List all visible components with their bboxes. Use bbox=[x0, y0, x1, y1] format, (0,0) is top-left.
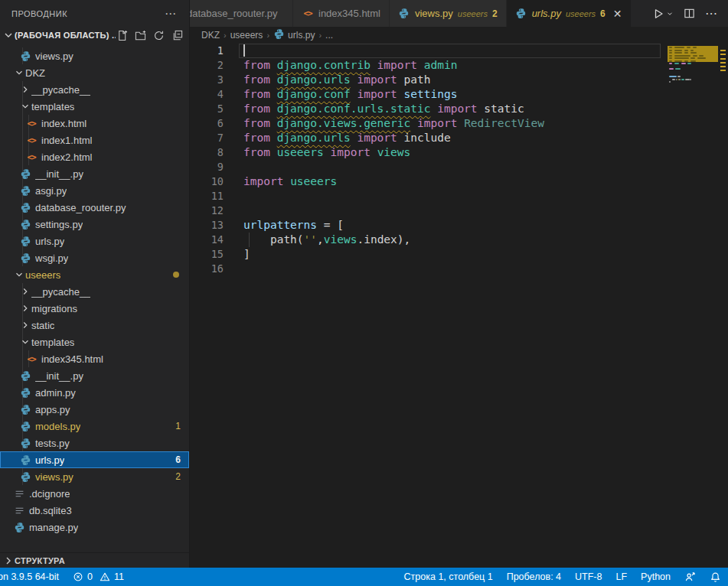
tree-item-db.sqlite3[interactable]: db.sqlite3 bbox=[0, 502, 189, 519]
language-mode-status[interactable]: Python bbox=[634, 568, 677, 586]
minimap[interactable] bbox=[668, 44, 718, 143]
tab-views.py[interactable]: views.pyuseeers2 bbox=[390, 0, 507, 27]
breadcrumb-item-DKZ[interactable]: DKZ bbox=[201, 30, 220, 41]
tree-folder-__pycache__[interactable]: __pycache__ bbox=[0, 283, 189, 300]
tab-database_roouter.py[interactable]: database_roouter.py bbox=[190, 0, 293, 27]
line-number: 5 bbox=[190, 102, 224, 116]
tree-item-apps.py[interactable]: apps.py bbox=[0, 401, 189, 418]
tree-item-index.html[interactable]: <>index.html bbox=[0, 115, 189, 132]
code-line-15[interactable]: 15] bbox=[190, 247, 728, 262]
tree-item-index1.html[interactable]: <>index1.html bbox=[0, 132, 189, 148]
tab-urls.py[interactable]: urls.pyuseeers6✕ bbox=[507, 0, 632, 27]
tree-folder-templates[interactable]: templates bbox=[0, 334, 189, 350]
indentation-status[interactable]: Пробелов: 4 bbox=[500, 568, 568, 586]
feedback-icon[interactable] bbox=[677, 568, 703, 586]
code-line-13[interactable]: 13urlpatterns = [ bbox=[190, 218, 728, 233]
more-actions-icon[interactable]: ⋯ bbox=[705, 6, 718, 21]
cursor-position-status[interactable]: Строка 1, столбец 1 bbox=[397, 568, 500, 586]
breadcrumb-item-useeers[interactable]: useeers bbox=[230, 30, 263, 41]
tree-item-index2.html[interactable]: <>index2.html bbox=[0, 148, 189, 165]
refresh-icon[interactable] bbox=[152, 29, 165, 41]
code-line-8[interactable]: 8from useeers import views bbox=[190, 145, 728, 160]
tab-index345.html[interactable]: <>index345.html bbox=[293, 0, 390, 27]
tree-item-label: views.py bbox=[35, 50, 73, 62]
code-line-9[interactable]: 9 bbox=[190, 160, 728, 174]
tree-folder-templates[interactable]: templates bbox=[0, 98, 189, 115]
tree-item-label: asgi.py bbox=[35, 185, 67, 197]
workspace-section-label: (РАБОЧАЯ ОБЛАСТЬ) ... bbox=[15, 31, 116, 40]
code-line-11[interactable]: 11 bbox=[190, 189, 728, 203]
code-editor[interactable]: 12from django.contrib import admin3from … bbox=[190, 44, 728, 568]
code-line-5[interactable]: 5from django.conf.urls.static import sta… bbox=[190, 102, 728, 116]
python-interpreter-status[interactable]: Python 3.9.5 64-bit bbox=[0, 568, 66, 586]
tree-item-models.py[interactable]: models.py1 bbox=[0, 418, 189, 435]
python-file-icon bbox=[19, 421, 31, 432]
tree-item-wsgi.py[interactable]: wsgi.py bbox=[0, 249, 189, 266]
chevron-right-icon bbox=[19, 320, 31, 330]
tree-item-views.py[interactable]: views.py bbox=[0, 47, 189, 64]
tree-item-label: migrations bbox=[31, 303, 77, 314]
html-file-icon: <> bbox=[25, 354, 38, 364]
collapse-all-icon[interactable] bbox=[171, 29, 183, 41]
code-line-16[interactable]: 16 bbox=[190, 262, 728, 276]
line-number: 4 bbox=[190, 87, 224, 102]
tree-folder-__pycache__[interactable]: __pycache__ bbox=[0, 81, 189, 98]
code-line-7[interactable]: 7from django.urls import include bbox=[190, 131, 728, 145]
new-folder-icon[interactable] bbox=[134, 29, 146, 41]
overview-ruler bbox=[718, 44, 728, 568]
code-line-4[interactable]: 4from django.conf import settings bbox=[190, 87, 728, 102]
python-file-icon bbox=[19, 438, 31, 449]
run-python-file-icon[interactable] bbox=[652, 8, 674, 20]
text-cursor bbox=[243, 44, 245, 57]
notifications-bell-icon[interactable] bbox=[703, 568, 728, 586]
tree-folder-migrations[interactable]: migrations bbox=[0, 300, 189, 317]
tab-close-icon[interactable]: ✕ bbox=[613, 8, 622, 20]
tree-item-manage.py[interactable]: manage.py bbox=[0, 519, 189, 536]
tree-item-settings.py[interactable]: settings.py bbox=[0, 216, 189, 233]
code-line-12[interactable]: 12 bbox=[190, 203, 728, 218]
tree-folder-static[interactable]: static bbox=[0, 317, 189, 334]
tree-item-.dcignore[interactable]: .dcignore bbox=[0, 485, 189, 502]
tree-item-tests.py[interactable]: tests.py bbox=[0, 435, 189, 451]
tab-label: urls.py bbox=[532, 8, 561, 19]
html-file-icon: <> bbox=[302, 8, 314, 20]
chevron-right-icon bbox=[2, 555, 15, 567]
tree-folder-DKZ[interactable]: DKZ bbox=[0, 64, 189, 81]
problems-status[interactable]: 0 11 bbox=[66, 568, 131, 586]
outline-section-header[interactable]: СТРУКТУРА bbox=[0, 552, 189, 568]
python-file-icon bbox=[19, 454, 31, 466]
code-line-6[interactable]: 6from django.views.generic import Redire… bbox=[190, 116, 728, 131]
tree-item-urls.py[interactable]: urls.py bbox=[0, 233, 189, 249]
file-list-icon bbox=[13, 489, 25, 499]
code-line-3[interactable]: 3from django.urls import path bbox=[190, 73, 728, 87]
tree-item-views.py[interactable]: views.py2 bbox=[0, 468, 189, 485]
line-number: 1 bbox=[190, 44, 224, 58]
tree-item-index345.html[interactable]: <>index345.html bbox=[0, 350, 189, 367]
tree-folder-useeers[interactable]: useeers bbox=[0, 266, 189, 283]
tree-item-urls.py[interactable]: urls.py6 bbox=[0, 451, 189, 468]
chevron-right-icon bbox=[19, 84, 31, 95]
encoding-status[interactable]: UTF-8 bbox=[568, 568, 609, 586]
workspace-section-header[interactable]: (РАБОЧАЯ ОБЛАСТЬ) ... bbox=[0, 27, 189, 44]
tree-item-admin.py[interactable]: admin.py bbox=[0, 384, 189, 401]
chevron-down-icon bbox=[13, 67, 25, 78]
code-line-14[interactable]: 14 path('',views.index), bbox=[190, 233, 728, 247]
code-line-10[interactable]: 10import useeers bbox=[190, 174, 728, 189]
python-file-icon bbox=[19, 236, 31, 247]
tree-item-label: database_roouter.py bbox=[35, 202, 126, 213]
line-number: 7 bbox=[190, 131, 224, 145]
explorer-more-actions-icon[interactable]: ⋯ bbox=[165, 7, 177, 21]
breadcrumb-separator: › bbox=[318, 31, 322, 40]
tree-item-__init__.py[interactable]: __init__.py bbox=[0, 165, 189, 182]
python-file-icon bbox=[19, 387, 31, 399]
tree-item-asgi.py[interactable]: asgi.py bbox=[0, 182, 189, 199]
eol-status[interactable]: LF bbox=[609, 568, 634, 586]
split-editor-icon[interactable] bbox=[684, 8, 695, 19]
tree-item-database_roouter.py[interactable]: database_roouter.py bbox=[0, 199, 189, 216]
tree-item-__init__.py[interactable]: __init__.py bbox=[0, 367, 189, 384]
new-file-icon[interactable] bbox=[116, 29, 128, 41]
code-line-2[interactable]: 2from django.contrib import admin bbox=[190, 58, 728, 73]
python-file-icon bbox=[19, 471, 31, 483]
code-line-1[interactable]: 1 bbox=[190, 44, 728, 58]
breadcrumb-item-urls.py[interactable]: urls.py bbox=[273, 28, 315, 42]
